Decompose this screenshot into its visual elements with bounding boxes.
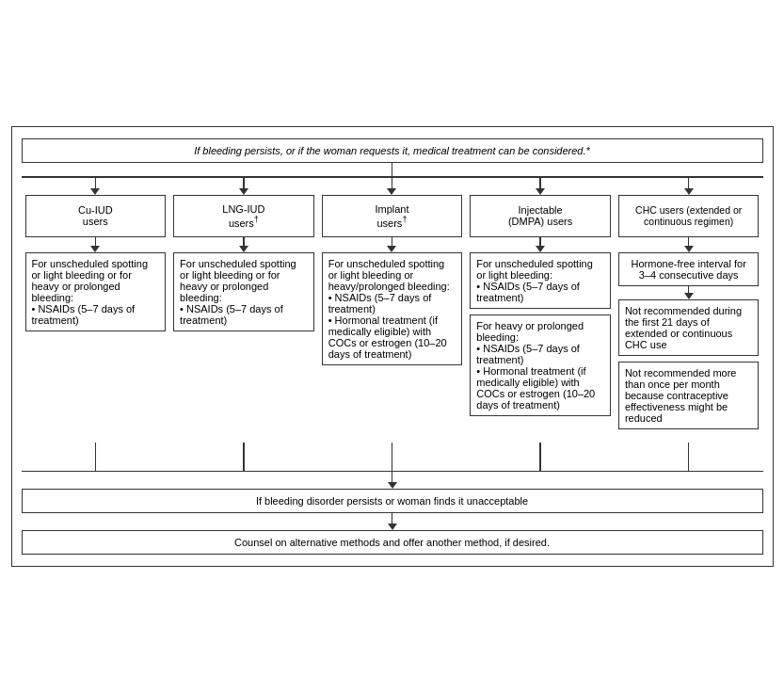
implant-body: For unscheduled spotting or light bleedi…	[322, 252, 463, 365]
lng-iud-body-text: For unscheduled spotting or light bleedi…	[180, 258, 296, 326]
cu-iud-body: For unscheduled spotting or light bleedi…	[25, 252, 167, 331]
diagram-wrapper: If bleeding persists, or if the woman re…	[11, 126, 774, 567]
implant-body-text: For unscheduled spotting or light bleedi…	[328, 258, 450, 360]
chc-sub-box-1-text: Not recommended during the first 21 days…	[625, 305, 742, 350]
bottom-box-2: Counsel on alternative methods and offer…	[22, 530, 763, 555]
cu-iud-header: Cu-IUDusers	[25, 195, 167, 237]
chc-subheader: Hormone-free interval for 3–4 consecutiv…	[618, 252, 760, 286]
implant-header-text: Implantusers†	[375, 203, 408, 229]
chc-sub-box-2: Not recommended more than once per month…	[618, 362, 760, 429]
injectable-body-heavy: For heavy or prolonged bleeding:• NSAIDs…	[470, 314, 611, 416]
cu-iud-header-text: Cu-IUDusers	[78, 204, 113, 227]
col-injectable-body-wrap: For unscheduled spotting or light bleedi…	[466, 252, 615, 429]
bottom-box-2-text: Counsel on alternative methods and offer…	[234, 537, 550, 548]
lng-iud-header: LNG-IUDusers†	[173, 195, 314, 237]
bottom-box-1: If bleeding disorder persists or woman f…	[22, 489, 763, 513]
col-chc-body-wrap: Hormone-free interval for 3–4 consecutiv…	[615, 252, 763, 429]
top-box: If bleeding persists, or if the woman re…	[22, 138, 763, 163]
chc-header-text: CHC users (extended orcontinuous regimen…	[635, 204, 742, 227]
chc-sub-box-2-text: Not recommended more than once per month…	[625, 367, 737, 424]
col-chc: CHC users (extended orcontinuous regimen…	[615, 195, 763, 237]
col-implant-body-wrap: For unscheduled spotting or light bleedi…	[318, 252, 467, 429]
chc-subheader-text: Hormone-free interval for 3–4 consecutiv…	[632, 258, 746, 281]
col-cu-iud-body-wrap: For unscheduled spotting or light bleedi…	[22, 252, 170, 429]
injectable-light-text: For unscheduled spotting or light bleedi…	[476, 258, 593, 303]
implant-header: Implantusers†	[322, 195, 463, 237]
bottom-box-1-text: If bleeding disorder persists or woman f…	[256, 495, 528, 507]
col-lng-iud: LNG-IUDusers†	[169, 195, 318, 237]
injectable-heavy-text: For heavy or prolonged bleeding:• NSAIDs…	[476, 320, 595, 411]
lng-iud-header-text: LNG-IUDusers†	[222, 203, 264, 229]
lng-iud-body: For unscheduled spotting or light bleedi…	[173, 252, 314, 331]
col-lng-iud-body-wrap: For unscheduled spotting or light bleedi…	[169, 252, 318, 429]
chc-sub-boxes: Not recommended during the first 21 days…	[618, 299, 760, 429]
injectable-header: Injectable(DMPA) users	[470, 195, 611, 237]
chc-header: CHC users (extended orcontinuous regimen…	[618, 195, 760, 237]
col-cu-iud: Cu-IUDusers	[22, 195, 170, 237]
top-box-text: If bleeding persists, or if the woman re…	[194, 145, 590, 156]
injectable-body-light: For unscheduled spotting or light bleedi…	[470, 252, 611, 309]
chc-sub-box-1: Not recommended during the first 21 days…	[618, 299, 760, 356]
cu-iud-body-text: For unscheduled spotting or light bleedi…	[32, 258, 149, 326]
injectable-header-text: Injectable(DMPA) users	[508, 204, 572, 227]
col-injectable: Injectable(DMPA) users	[466, 195, 615, 237]
col-implant: Implantusers†	[318, 195, 467, 237]
